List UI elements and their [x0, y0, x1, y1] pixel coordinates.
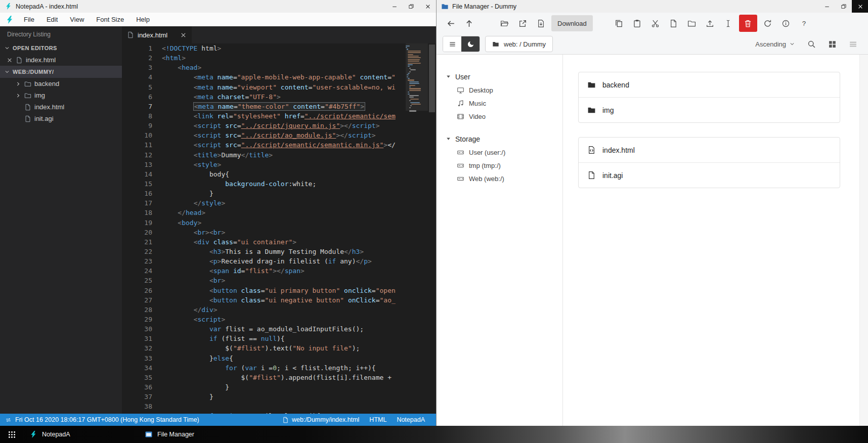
paste-button[interactable]: [628, 15, 646, 32]
breadcrumb[interactable]: web: / Dummy: [485, 36, 553, 52]
code-line[interactable]: <span id="flist"></span>: [160, 266, 406, 276]
sidebar-item-tmp-drive[interactable]: tmp (tmp:/): [437, 159, 562, 172]
code-line[interactable]: <meta name="viewport" content="user-scal…: [160, 82, 406, 92]
code-line[interactable]: <script>: [160, 315, 406, 324]
file-row-img[interactable]: img: [579, 97, 840, 122]
app-launcher-button[interactable]: [0, 426, 23, 443]
refresh-button[interactable]: [759, 15, 777, 32]
code-line[interactable]: $("#flist").text("No input file");: [160, 343, 406, 353]
code-line[interactable]: <p>Received drag-in filelist (if any)</p…: [160, 256, 406, 266]
sidebar-item-music[interactable]: Music: [437, 97, 562, 110]
file-manager-titlebar[interactable]: File Manager - Dummy: [437, 0, 868, 13]
code-line[interactable]: [160, 402, 406, 411]
info-button[interactable]: [777, 15, 795, 32]
code-line[interactable]: <body>: [160, 218, 406, 228]
code-line[interactable]: }: [160, 392, 406, 402]
code-line[interactable]: </style>: [160, 198, 406, 208]
code-line[interactable]: <div class="ui container">: [160, 237, 406, 247]
file-row-indexhtml[interactable]: index.html: [579, 138, 840, 162]
tab-indexhtml[interactable]: index.html: [122, 26, 192, 43]
menu-file[interactable]: File: [18, 14, 40, 25]
rename-button[interactable]: [719, 15, 737, 32]
code-line[interactable]: function openFileSelector(){: [160, 411, 406, 414]
tree-item-img[interactable]: img: [0, 90, 122, 101]
open-editor-item[interactable]: index.html: [0, 54, 122, 66]
tree-item-indexhtml[interactable]: index.html: [0, 101, 122, 113]
code-line[interactable]: <meta name="apple-mobile-web-app-capable…: [160, 72, 406, 82]
code-line[interactable]: <html>: [160, 53, 406, 63]
code-line[interactable]: <br>: [160, 276, 406, 285]
code-area[interactable]: <!DOCTYPE html><html> <head> <meta name=…: [160, 43, 406, 414]
delete-button[interactable]: [739, 15, 757, 32]
menu-font-size[interactable]: Font Size: [91, 14, 129, 25]
file-row-initagi[interactable]: init.agi: [579, 162, 840, 188]
upload-button[interactable]: [701, 15, 719, 32]
tree-item-initagi[interactable]: init.agi: [0, 113, 122, 124]
sidebar-item-desktop[interactable]: Desktop: [437, 83, 562, 97]
sort-dropdown[interactable]: Ascending: [755, 40, 795, 48]
minimap[interactable]: [406, 43, 428, 414]
code-line[interactable]: <script src="../script/semantic/semantic…: [160, 140, 406, 150]
minimize-button[interactable]: [386, 0, 403, 13]
code-line[interactable]: }: [160, 189, 406, 198]
dark-mode-toggle[interactable]: [461, 36, 480, 52]
scrollbar-thumb[interactable]: [429, 45, 435, 112]
sidebar-item-user-drive[interactable]: User (user:/): [437, 146, 562, 159]
new-folder-button[interactable]: [683, 15, 701, 32]
sidebar-item-web-drive[interactable]: Web (web:/): [437, 172, 562, 185]
menu-toggle-button[interactable]: [443, 36, 461, 52]
taskbar-item-notepada[interactable]: NotepadA: [23, 426, 139, 443]
close-button[interactable]: [852, 0, 868, 13]
code-line[interactable]: if (flist == null){: [160, 334, 406, 343]
restore-button[interactable]: [403, 0, 419, 13]
minimize-button[interactable]: [818, 0, 835, 13]
sidebar-header-user[interactable]: User: [437, 70, 562, 83]
cut-button[interactable]: [646, 15, 665, 32]
code-line[interactable]: <script src="../script/ao_module.js"></s…: [160, 130, 406, 140]
workspace-section[interactable]: WEB:/DUMMY/: [0, 66, 122, 78]
code-line[interactable]: </div>: [160, 305, 406, 315]
file-row-backend[interactable]: backend: [579, 72, 840, 97]
code-line[interactable]: }: [160, 382, 406, 392]
code-line[interactable]: background-color:white;: [160, 179, 406, 189]
download-button[interactable]: Download: [551, 15, 593, 31]
code-line[interactable]: <title>Dummy</title>: [160, 150, 406, 160]
code-line[interactable]: <!DOCTYPE html>: [160, 43, 406, 53]
copy-button[interactable]: [610, 15, 628, 32]
taskbar-item-filemanager[interactable]: File Manager: [139, 426, 254, 443]
sidebar-item-video[interactable]: Video: [437, 110, 562, 123]
open-button[interactable]: [495, 15, 513, 32]
up-button[interactable]: [460, 15, 478, 32]
close-editor-icon[interactable]: [7, 57, 13, 63]
code-line[interactable]: <br><br>: [160, 228, 406, 237]
menu-edit[interactable]: Edit: [41, 14, 63, 25]
help-button[interactable]: [795, 15, 813, 32]
open-editors-section[interactable]: OPEN EDITORS: [0, 42, 122, 54]
code-line[interactable]: for (var i =0; i < flist.length; i++){: [160, 363, 406, 373]
open-in-new-window-button[interactable]: [513, 15, 532, 32]
code-line[interactable]: <button class="ui negative button" onCli…: [160, 295, 406, 305]
code-line[interactable]: </head>: [160, 208, 406, 217]
menu-help[interactable]: Help: [131, 14, 155, 25]
code-line[interactable]: <head>: [160, 63, 406, 72]
code-line[interactable]: $("#flist").append(flist[i].filename +: [160, 373, 406, 382]
code-line[interactable]: <button class="ui primary button" onclic…: [160, 286, 406, 295]
code-line[interactable]: <h3>This is a Dummy Testing Module</h3>: [160, 247, 406, 256]
tree-item-backend[interactable]: backend: [0, 78, 122, 90]
code-line[interactable]: <style>: [160, 160, 406, 169]
fm-scrollbar[interactable]: [859, 55, 868, 426]
sidebar-header-storage[interactable]: Storage: [437, 132, 562, 146]
code-line[interactable]: <link rel="stylesheet" href="../script/s…: [160, 111, 406, 121]
notepada-titlebar[interactable]: NotepadA - index.html: [0, 0, 436, 13]
grid-view-icon[interactable]: [828, 40, 837, 49]
code-line[interactable]: <script src="../script/jquery.min.js"></…: [160, 121, 406, 130]
code-line[interactable]: <meta name="theme-color" content="#4b75f…: [160, 102, 406, 111]
menu-view[interactable]: View: [64, 14, 90, 25]
code-line[interactable]: <meta charset="UTF-8">: [160, 92, 406, 102]
new-file-button[interactable]: [665, 15, 683, 32]
code-line[interactable]: var flist = ao_module_loadInputFiles();: [160, 324, 406, 334]
close-button[interactable]: [419, 0, 436, 13]
code-editor[interactable]: 1234567891011121314151617181920212223242…: [122, 43, 436, 414]
editor-scrollbar[interactable]: [428, 43, 436, 414]
restore-button[interactable]: [835, 0, 852, 13]
